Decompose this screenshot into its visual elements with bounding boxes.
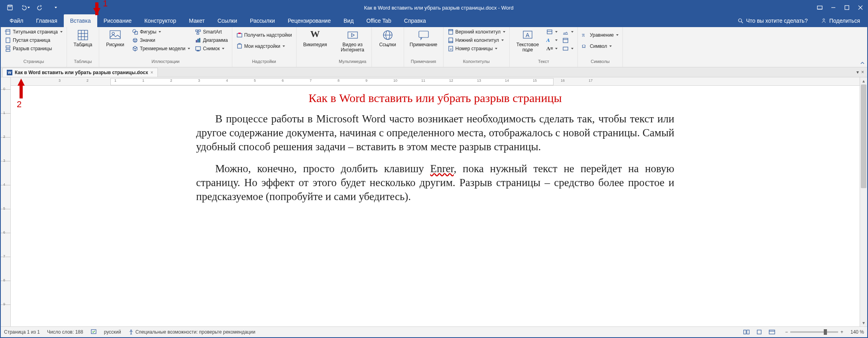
status-proofing-icon[interactable] — [90, 328, 97, 336]
tab-references[interactable]: Ссылки — [211, 14, 244, 27]
read-mode-icon[interactable] — [740, 328, 752, 336]
footer-button[interactable]: Нижний колонтитул — [446, 36, 507, 44]
save-icon[interactable] — [3, 1, 17, 14]
status-page[interactable]: Страница 1 из 1 — [4, 329, 40, 335]
svg-rect-40 — [348, 32, 357, 38]
links-button[interactable]: Ссылки — [374, 28, 401, 53]
page-number-button[interactable]: #Номер страницы — [446, 45, 507, 53]
cover-page-button[interactable]: Титульная страница — [3, 28, 64, 36]
redo-icon[interactable] — [33, 1, 47, 14]
group-text: A Текстовое поле A A≡ Текст — [510, 27, 578, 67]
status-word-count[interactable]: Число слов: 188 — [47, 329, 83, 335]
close-tab-icon[interactable]: × — [151, 70, 153, 75]
group-addins-label: Надстройки — [235, 59, 294, 66]
svg-line-8 — [741, 22, 743, 23]
text-box-button[interactable]: A Текстовое поле — [512, 28, 543, 59]
object-icon[interactable] — [561, 45, 575, 53]
icons-button[interactable]: Значки — [130, 36, 192, 44]
tell-me-placeholder: Что вы хотите сделать? — [746, 18, 808, 24]
document-tab[interactable]: W Как в Word вставить или убрать разрыв … — [2, 68, 158, 77]
vertical-ruler[interactable]: 0123456789 — [1, 77, 11, 326]
svg-rect-65 — [769, 330, 775, 334]
document-scroll[interactable]: Как в Word вставить или убрать разрыв ст… — [11, 86, 860, 326]
zoom-in-icon[interactable]: + — [841, 329, 843, 335]
scroll-up-icon[interactable]: ▴ — [860, 77, 867, 84]
drop-cap-icon[interactable]: A≡ — [545, 45, 559, 53]
date-time-icon[interactable] — [561, 36, 575, 44]
tab-dropdown-icon[interactable]: ▾ — [856, 69, 859, 75]
horizontal-ruler[interactable]: 3211234567891011121314151617 — [11, 77, 860, 86]
undo-icon[interactable] — [18, 1, 32, 14]
ribbon-tabs: Файл Главная Вставка Рисование Конструкт… — [1, 14, 867, 27]
svg-rect-29 — [198, 30, 200, 31]
my-addins-button[interactable]: Мои надстройки — [235, 42, 294, 50]
chart-button[interactable]: Диаграмма — [193, 36, 229, 44]
online-video-button[interactable]: Видео из Интернета — [336, 28, 369, 53]
signature-line-icon[interactable] — [561, 28, 575, 36]
qat-customize-icon[interactable] — [49, 1, 62, 14]
comment-button[interactable]: Примечание — [407, 28, 441, 48]
svg-point-23 — [133, 29, 136, 33]
svg-rect-21 — [110, 31, 120, 39]
group-symbols-label: Символы — [580, 59, 620, 66]
status-language[interactable]: русский — [104, 329, 121, 335]
svg-point-61 — [130, 330, 132, 331]
svg-rect-32 — [196, 40, 197, 42]
title-bar: Как в Word вставить или убрать разрыв ст… — [1, 1, 867, 14]
tell-me-search[interactable]: Что вы хотите сделать? — [732, 14, 813, 27]
header-button[interactable]: Верхний колонтитул — [446, 28, 507, 36]
svg-rect-0 — [8, 5, 12, 10]
wikipedia-button[interactable]: W Википедия — [299, 28, 332, 48]
svg-rect-4 — [845, 6, 849, 10]
word-doc-icon: W — [7, 70, 12, 75]
doc-paragraph-2: Можно, конечно, просто долбить клавишу E… — [196, 162, 674, 204]
tab-draw[interactable]: Рисование — [97, 14, 138, 27]
zoom-out-icon[interactable]: − — [785, 329, 788, 335]
shapes-button[interactable]: Фигуры — [130, 28, 192, 36]
scroll-down-icon[interactable]: ▾ — [860, 319, 867, 326]
smartart-button[interactable]: SmartArt — [193, 28, 229, 36]
wordart-icon[interactable]: A — [545, 36, 559, 44]
symbol-button[interactable]: ΩСимвол — [580, 42, 620, 50]
svg-rect-39 — [238, 44, 242, 48]
table-button[interactable]: Таблица — [69, 28, 96, 53]
status-accessibility[interactable]: Специальные возможности: проверьте реком… — [128, 329, 255, 335]
tab-design[interactable]: Конструктор — [138, 14, 183, 27]
tab-home[interactable]: Главная — [29, 14, 63, 27]
group-tables: Таблица Таблицы — [67, 27, 99, 67]
ribbon-options-icon[interactable] — [813, 1, 827, 14]
3d-models-button[interactable]: Трехмерные модели — [130, 45, 192, 53]
group-text-label: Текст — [512, 59, 575, 66]
maximize-icon[interactable] — [840, 1, 854, 14]
blank-page-button[interactable]: Пустая страница — [3, 36, 64, 44]
tab-review[interactable]: Рецензирование — [281, 14, 337, 27]
page-break-button[interactable]: Разрыв страницы — [3, 45, 64, 53]
tab-view[interactable]: Вид — [337, 14, 360, 27]
tab-officetab[interactable]: Office Tab — [360, 14, 398, 27]
screenshot-button[interactable]: Снимок — [193, 45, 229, 53]
pictures-button[interactable]: Рисунки — [102, 28, 129, 53]
zoom-level[interactable]: 140 % — [850, 329, 864, 335]
share-button[interactable]: Поделиться — [813, 14, 867, 27]
tab-help[interactable]: Справка — [398, 14, 432, 27]
tab-mailings[interactable]: Рассылки — [244, 14, 281, 27]
tab-close-all-icon[interactable]: × — [861, 69, 864, 75]
tab-file[interactable]: Файл — [3, 14, 29, 27]
minimize-icon[interactable] — [827, 1, 840, 14]
equation-button[interactable]: πУравнение — [580, 31, 620, 39]
print-layout-icon[interactable] — [753, 328, 765, 336]
tab-layout[interactable]: Макет — [183, 14, 211, 27]
tab-insert[interactable]: Вставка — [64, 14, 97, 27]
close-icon[interactable] — [854, 1, 867, 14]
collapse-ribbon-icon[interactable] — [858, 27, 867, 67]
svg-rect-16 — [78, 30, 88, 40]
scroll-thumb[interactable] — [861, 84, 866, 188]
zoom-slider[interactable]: − + — [785, 329, 843, 335]
quick-parts-icon[interactable] — [545, 28, 559, 36]
web-layout-icon[interactable] — [766, 328, 778, 336]
status-bar: Страница 1 из 1 Число слов: 188 русский … — [1, 326, 867, 337]
group-headerfooter: Верхний колонтитул Нижний колонтитул #Но… — [444, 27, 510, 67]
get-addins-button[interactable]: Получить надстройки — [235, 31, 294, 39]
group-links: Ссылки — [372, 27, 404, 67]
vertical-scrollbar[interactable]: ▴ ▾ — [860, 77, 867, 326]
